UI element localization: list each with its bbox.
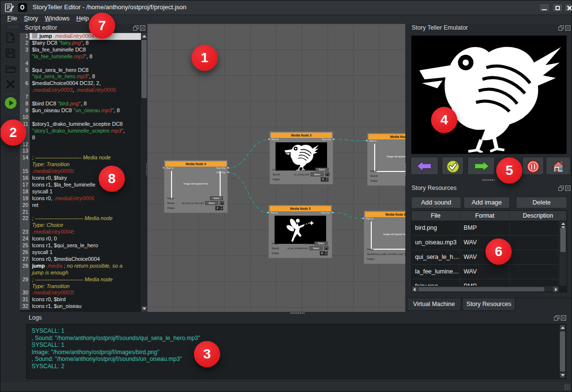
media-node[interactable]: Media Node 4Port InPort OutPort Out Imag…	[164, 160, 227, 213]
script-line-14[interactable]: 14; -------------------------- Media nod…	[20, 154, 141, 168]
titlebar[interactable]: StoryTeller Editor - /home/anthony/ostpr…	[0, 0, 572, 15]
maximize-button[interactable]	[552, 3, 563, 12]
table-horizontal-scrollbar[interactable]	[412, 286, 559, 292]
script-line-5[interactable]: 5$qui_sera_le_hero DC8"qui_sera_le_hero.…	[20, 67, 141, 81]
script-line-11[interactable]: 11$story1_drako_luminelle_sceptre DC8"st…	[20, 121, 141, 141]
port-in[interactable]: Port In	[366, 217, 373, 220]
script-line-26[interactable]: 26syscall 1	[20, 249, 141, 256]
node-title[interactable]: Media Node 4	[165, 161, 226, 167]
node-title[interactable]: Media Node 5	[270, 206, 331, 211]
script-line-13[interactable]: 13	[20, 148, 141, 154]
script-line-10[interactable]: 10	[20, 114, 141, 121]
float-panel-icon[interactable]	[133, 25, 139, 31]
logs-scrollbar[interactable]	[559, 324, 566, 378]
splitter-script-canvas[interactable]	[145, 163, 148, 175]
speaker-icon[interactable]	[324, 246, 329, 250]
float-panel-icon[interactable]	[558, 186, 564, 191]
float-panel-icon[interactable]	[554, 315, 559, 321]
open-folder-icon[interactable]	[4, 63, 17, 75]
script-line-19[interactable]: 19lcons r0, .mediaEntry0006	[20, 195, 141, 202]
add-sound-button[interactable]: Add sound	[411, 197, 461, 208]
output-spinbox[interactable]: 2 ▲▼	[215, 206, 223, 210]
script-line-12[interactable]: 12	[20, 141, 141, 148]
media-node[interactable]: Media Node 3Port InPort Out Imagebird.pn…	[270, 132, 333, 184]
splitter-emulator-resources[interactable]	[482, 179, 495, 181]
script-line-28[interactable]: 28jump .media ; no return possible, so a…	[20, 263, 141, 276]
script-line-7[interactable]: 7	[20, 94, 141, 101]
media-node[interactable]: Media Node 5Port InPort Out Imagefairy.p…	[269, 205, 332, 258]
minimize-button[interactable]	[539, 3, 550, 12]
close-button[interactable]	[564, 3, 572, 12]
script-line-21[interactable]: 21	[20, 209, 141, 216]
script-line-32[interactable]: 32lcons r1, $un_oiseau	[20, 303, 141, 310]
table-row[interactable]: un_oiseau.mp3WAV	[412, 236, 559, 250]
select-image-button[interactable]: Select	[210, 196, 223, 200]
node-title[interactable]: Media Node	[368, 134, 405, 139]
table-row[interactable]: fairy.pngBMP	[412, 279, 559, 286]
close-panel-icon[interactable]	[565, 25, 571, 31]
media-node[interactable]: Media Node 6Port InPort Out Image will a…	[364, 211, 405, 264]
close-panel-icon[interactable]	[565, 186, 571, 191]
previous-button[interactable]	[411, 157, 438, 175]
port-in[interactable]: Port In	[272, 138, 279, 141]
close-panel-icon[interactable]	[140, 25, 145, 31]
script-line-2[interactable]: 2$fairy DC8 "fairy.png", 8	[20, 40, 141, 47]
script-line-22[interactable]: 22; --------------------------- Media no…	[20, 215, 141, 229]
port-in[interactable]: Port In	[166, 167, 173, 170]
port-in[interactable]: Port In	[369, 139, 377, 142]
select-image-button[interactable]: Select	[315, 168, 329, 171]
script-line-3[interactable]: 3$la_fee_luminelle DC8"la_fee_luminelle.…	[20, 47, 141, 60]
script-line-25[interactable]: 25lcons r1, $qui_sera_le_hero	[20, 242, 141, 249]
select-sound-button[interactable]: Select	[311, 172, 324, 176]
select-sound-button[interactable]: Select	[310, 246, 323, 250]
table-row[interactable]: bird.pngBMP	[412, 221, 559, 236]
close-project-icon[interactable]	[4, 78, 17, 90]
output-spinbox[interactable]: 0 ▲▼	[321, 177, 329, 182]
port-out[interactable]: Port Out	[322, 138, 331, 141]
select-sound-button[interactable]: Select	[405, 252, 405, 256]
port-out[interactable]: Port Out	[216, 167, 225, 170]
tab-virtual-machine[interactable]: Virtual Machine	[407, 298, 461, 311]
script-line-4[interactable]: 4	[20, 60, 141, 67]
menu-windows[interactable]: Windows	[45, 15, 69, 22]
node-graph-canvas[interactable]: Media Node 4Port InPort OutPort Out Imag…	[147, 24, 405, 312]
toolbar-grip[interactable]	[8, 25, 18, 28]
new-document-icon[interactable]	[4, 32, 17, 44]
run-icon[interactable]	[4, 97, 17, 109]
script-line-20[interactable]: 20ret	[20, 202, 141, 209]
resize-grip[interactable]	[564, 384, 570, 390]
ok-button[interactable]	[442, 157, 464, 175]
close-panel-icon[interactable]	[561, 315, 566, 321]
column-header-description[interactable]: Description	[510, 211, 567, 221]
menu-story[interactable]: Story	[24, 15, 38, 22]
script-line-18[interactable]: 18syscall 1	[20, 188, 141, 195]
port-out[interactable]: Port Out	[321, 211, 330, 214]
table-vertical-scrollbar[interactable]	[559, 221, 567, 286]
output-spinbox[interactable]: 0 ▲▼	[320, 251, 328, 256]
next-button[interactable]	[468, 157, 495, 175]
media-node[interactable]: Media NodePort InPort Out Image will app…	[367, 133, 405, 186]
select-image-button[interactable]: Select	[314, 241, 328, 245]
menu-help[interactable]: Help	[76, 15, 89, 22]
tab-story-resources[interactable]: Story Resources	[462, 298, 516, 311]
save-icon[interactable]	[4, 47, 17, 59]
add-image-button[interactable]: Add image	[464, 197, 510, 208]
script-line-1[interactable]: 1jump .mediaEntry0004	[20, 33, 141, 40]
delete-button[interactable]: Delete	[516, 197, 567, 208]
speaker-icon[interactable]	[220, 201, 224, 205]
script-line-9[interactable]: 9$un_oiseau DC8 "un_oiseau.mp3", 8	[20, 107, 141, 114]
column-header-file[interactable]: File	[412, 211, 460, 221]
table-row[interactable]: la_fee_lumine…WAV	[412, 265, 559, 279]
script-line-31[interactable]: 31lcons r0, $bird	[20, 296, 141, 303]
speaker-icon[interactable]	[325, 172, 329, 176]
node-title[interactable]: Media Node 3	[271, 133, 332, 138]
home-button[interactable]	[546, 157, 571, 175]
script-line-30[interactable]: 30.mediaEntry0003:	[20, 290, 141, 296]
float-panel-icon[interactable]	[558, 25, 564, 31]
port-in[interactable]: Port In	[271, 211, 278, 214]
script-line-27[interactable]: 27lcons r0, $mediaChoice0004	[20, 256, 141, 263]
script-line-24[interactable]: 24lcons r0, 0	[20, 236, 141, 242]
select-sound-button[interactable]: Select	[205, 201, 218, 205]
script-line-6[interactable]: 6$mediaChoice0004 DC32, 2,.mediaEntry000…	[20, 80, 141, 94]
menu-file[interactable]: File	[7, 15, 17, 22]
